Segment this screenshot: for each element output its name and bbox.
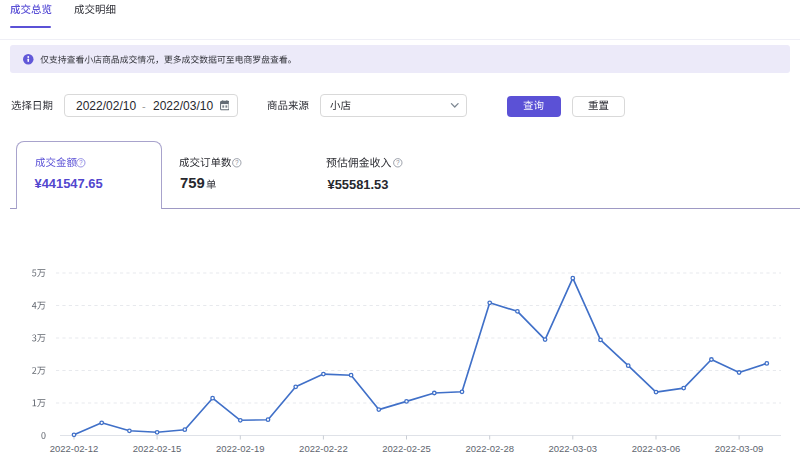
svg-text:2022-02-15: 2022-02-15 [133,443,182,454]
svg-text:2022-02-22: 2022-02-22 [299,443,348,454]
svg-text:?: ? [235,159,239,166]
svg-text:2022-02-12: 2022-02-12 [50,443,99,454]
svg-text:2022-03-03: 2022-03-03 [548,443,597,454]
svg-text:2022-02-19: 2022-02-19 [216,443,265,454]
svg-text:?: ? [396,159,400,166]
svg-text:2022-02-28: 2022-02-28 [465,443,514,454]
svg-text:2022-03-09: 2022-03-09 [715,443,764,454]
svg-text:2022-02-25: 2022-02-25 [382,443,431,454]
svg-text:2022-03-06: 2022-03-06 [632,443,681,454]
svg-text:?: ? [79,159,83,166]
